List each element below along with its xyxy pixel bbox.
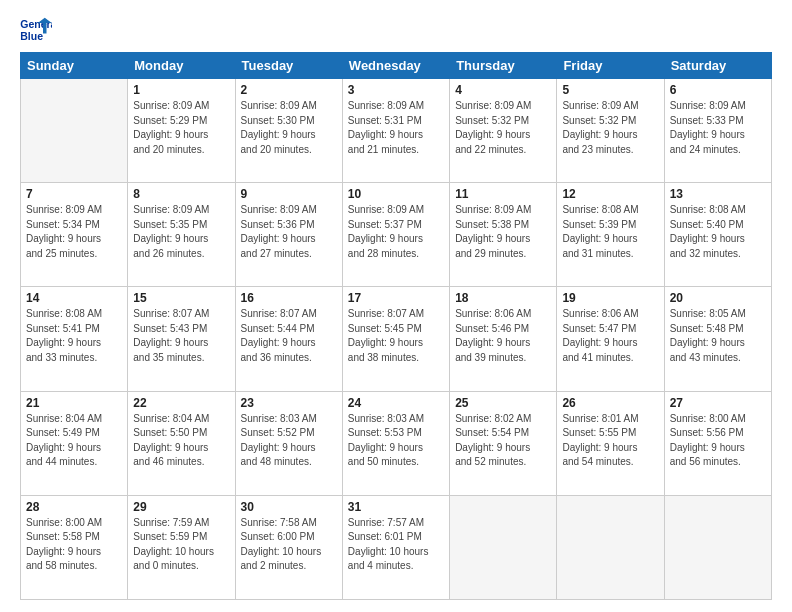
calendar-cell: [664, 495, 771, 599]
day-info: Sunrise: 8:09 AMSunset: 5:29 PMDaylight:…: [133, 99, 229, 157]
calendar-cell: [21, 79, 128, 183]
day-number: 23: [241, 396, 337, 410]
day-info: Sunrise: 8:04 AMSunset: 5:49 PMDaylight:…: [26, 412, 122, 470]
day-info: Sunrise: 8:09 AMSunset: 5:33 PMDaylight:…: [670, 99, 766, 157]
day-info: Sunrise: 8:02 AMSunset: 5:54 PMDaylight:…: [455, 412, 551, 470]
day-number: 2: [241, 83, 337, 97]
day-info: Sunrise: 7:59 AMSunset: 5:59 PMDaylight:…: [133, 516, 229, 574]
calendar-cell: 23Sunrise: 8:03 AMSunset: 5:52 PMDayligh…: [235, 391, 342, 495]
calendar-cell: 31Sunrise: 7:57 AMSunset: 6:01 PMDayligh…: [342, 495, 449, 599]
day-info: Sunrise: 8:09 AMSunset: 5:34 PMDaylight:…: [26, 203, 122, 261]
day-number: 19: [562, 291, 658, 305]
calendar-cell: [450, 495, 557, 599]
day-number: 14: [26, 291, 122, 305]
day-number: 12: [562, 187, 658, 201]
calendar-cell: 17Sunrise: 8:07 AMSunset: 5:45 PMDayligh…: [342, 287, 449, 391]
day-info: Sunrise: 8:04 AMSunset: 5:50 PMDaylight:…: [133, 412, 229, 470]
calendar-cell: 16Sunrise: 8:07 AMSunset: 5:44 PMDayligh…: [235, 287, 342, 391]
day-number: 28: [26, 500, 122, 514]
day-number: 5: [562, 83, 658, 97]
day-info: Sunrise: 8:07 AMSunset: 5:45 PMDaylight:…: [348, 307, 444, 365]
day-info: Sunrise: 8:09 AMSunset: 5:32 PMDaylight:…: [562, 99, 658, 157]
calendar-table: SundayMondayTuesdayWednesdayThursdayFrid…: [20, 52, 772, 600]
day-info: Sunrise: 8:07 AMSunset: 5:44 PMDaylight:…: [241, 307, 337, 365]
calendar-cell: 10Sunrise: 8:09 AMSunset: 5:37 PMDayligh…: [342, 183, 449, 287]
weekday-header: Saturday: [664, 53, 771, 79]
calendar-cell: 28Sunrise: 8:00 AMSunset: 5:58 PMDayligh…: [21, 495, 128, 599]
calendar-cell: [557, 495, 664, 599]
calendar-cell: 21Sunrise: 8:04 AMSunset: 5:49 PMDayligh…: [21, 391, 128, 495]
day-info: Sunrise: 7:58 AMSunset: 6:00 PMDaylight:…: [241, 516, 337, 574]
calendar-cell: 25Sunrise: 8:02 AMSunset: 5:54 PMDayligh…: [450, 391, 557, 495]
calendar-cell: 22Sunrise: 8:04 AMSunset: 5:50 PMDayligh…: [128, 391, 235, 495]
day-number: 3: [348, 83, 444, 97]
day-info: Sunrise: 8:03 AMSunset: 5:52 PMDaylight:…: [241, 412, 337, 470]
calendar-cell: 19Sunrise: 8:06 AMSunset: 5:47 PMDayligh…: [557, 287, 664, 391]
day-info: Sunrise: 8:09 AMSunset: 5:32 PMDaylight:…: [455, 99, 551, 157]
day-number: 22: [133, 396, 229, 410]
svg-text:Blue: Blue: [20, 30, 43, 42]
calendar-page: General Blue SundayMondayTuesdayWednesda…: [0, 0, 792, 612]
calendar-cell: 4Sunrise: 8:09 AMSunset: 5:32 PMDaylight…: [450, 79, 557, 183]
day-info: Sunrise: 8:00 AMSunset: 5:58 PMDaylight:…: [26, 516, 122, 574]
day-number: 7: [26, 187, 122, 201]
day-info: Sunrise: 8:08 AMSunset: 5:40 PMDaylight:…: [670, 203, 766, 261]
calendar-cell: 26Sunrise: 8:01 AMSunset: 5:55 PMDayligh…: [557, 391, 664, 495]
day-info: Sunrise: 8:08 AMSunset: 5:39 PMDaylight:…: [562, 203, 658, 261]
calendar-cell: 11Sunrise: 8:09 AMSunset: 5:38 PMDayligh…: [450, 183, 557, 287]
day-info: Sunrise: 8:06 AMSunset: 5:46 PMDaylight:…: [455, 307, 551, 365]
day-number: 20: [670, 291, 766, 305]
calendar-cell: 18Sunrise: 8:06 AMSunset: 5:46 PMDayligh…: [450, 287, 557, 391]
weekday-header: Tuesday: [235, 53, 342, 79]
day-number: 24: [348, 396, 444, 410]
day-number: 9: [241, 187, 337, 201]
calendar-cell: 29Sunrise: 7:59 AMSunset: 5:59 PMDayligh…: [128, 495, 235, 599]
day-info: Sunrise: 8:07 AMSunset: 5:43 PMDaylight:…: [133, 307, 229, 365]
logo: General Blue: [20, 16, 52, 44]
calendar-cell: 12Sunrise: 8:08 AMSunset: 5:39 PMDayligh…: [557, 183, 664, 287]
weekday-header: Friday: [557, 53, 664, 79]
logo-icon: General Blue: [20, 16, 52, 44]
day-number: 29: [133, 500, 229, 514]
calendar-cell: 14Sunrise: 8:08 AMSunset: 5:41 PMDayligh…: [21, 287, 128, 391]
calendar-cell: 27Sunrise: 8:00 AMSunset: 5:56 PMDayligh…: [664, 391, 771, 495]
header: General Blue: [20, 16, 772, 44]
day-info: Sunrise: 8:09 AMSunset: 5:38 PMDaylight:…: [455, 203, 551, 261]
day-number: 27: [670, 396, 766, 410]
day-number: 30: [241, 500, 337, 514]
day-info: Sunrise: 8:08 AMSunset: 5:41 PMDaylight:…: [26, 307, 122, 365]
day-info: Sunrise: 8:09 AMSunset: 5:35 PMDaylight:…: [133, 203, 229, 261]
calendar-cell: 15Sunrise: 8:07 AMSunset: 5:43 PMDayligh…: [128, 287, 235, 391]
day-info: Sunrise: 8:00 AMSunset: 5:56 PMDaylight:…: [670, 412, 766, 470]
day-number: 1: [133, 83, 229, 97]
day-info: Sunrise: 8:01 AMSunset: 5:55 PMDaylight:…: [562, 412, 658, 470]
weekday-header: Monday: [128, 53, 235, 79]
day-info: Sunrise: 7:57 AMSunset: 6:01 PMDaylight:…: [348, 516, 444, 574]
calendar-cell: 5Sunrise: 8:09 AMSunset: 5:32 PMDaylight…: [557, 79, 664, 183]
day-info: Sunrise: 8:09 AMSunset: 5:31 PMDaylight:…: [348, 99, 444, 157]
day-number: 25: [455, 396, 551, 410]
day-info: Sunrise: 8:06 AMSunset: 5:47 PMDaylight:…: [562, 307, 658, 365]
day-number: 10: [348, 187, 444, 201]
day-number: 26: [562, 396, 658, 410]
calendar-cell: 30Sunrise: 7:58 AMSunset: 6:00 PMDayligh…: [235, 495, 342, 599]
calendar-cell: 7Sunrise: 8:09 AMSunset: 5:34 PMDaylight…: [21, 183, 128, 287]
day-number: 4: [455, 83, 551, 97]
day-number: 17: [348, 291, 444, 305]
day-number: 31: [348, 500, 444, 514]
calendar-cell: 2Sunrise: 8:09 AMSunset: 5:30 PMDaylight…: [235, 79, 342, 183]
day-info: Sunrise: 8:09 AMSunset: 5:36 PMDaylight:…: [241, 203, 337, 261]
day-info: Sunrise: 8:09 AMSunset: 5:30 PMDaylight:…: [241, 99, 337, 157]
day-number: 18: [455, 291, 551, 305]
weekday-header: Sunday: [21, 53, 128, 79]
calendar-cell: 6Sunrise: 8:09 AMSunset: 5:33 PMDaylight…: [664, 79, 771, 183]
weekday-header: Wednesday: [342, 53, 449, 79]
day-info: Sunrise: 8:03 AMSunset: 5:53 PMDaylight:…: [348, 412, 444, 470]
calendar-cell: 1Sunrise: 8:09 AMSunset: 5:29 PMDaylight…: [128, 79, 235, 183]
calendar-cell: 9Sunrise: 8:09 AMSunset: 5:36 PMDaylight…: [235, 183, 342, 287]
day-number: 15: [133, 291, 229, 305]
weekday-header: Thursday: [450, 53, 557, 79]
day-number: 21: [26, 396, 122, 410]
calendar-cell: 24Sunrise: 8:03 AMSunset: 5:53 PMDayligh…: [342, 391, 449, 495]
day-number: 16: [241, 291, 337, 305]
